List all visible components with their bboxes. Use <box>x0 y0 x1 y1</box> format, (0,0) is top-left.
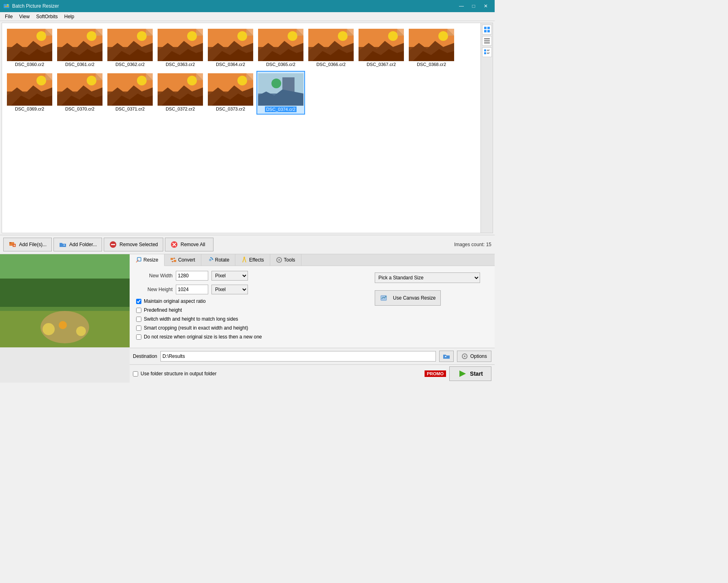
menu-softorbits[interactable]: SoftOrbits <box>33 13 61 20</box>
options-button[interactable]: Options <box>457 351 491 362</box>
image-item[interactable]: DSC_0361.cr2 <box>56 26 104 69</box>
height-unit-select[interactable]: Pixel <box>211 285 248 294</box>
image-thumbnail <box>359 29 404 61</box>
image-item[interactable]: DSC_0370.cr2 <box>56 71 104 115</box>
grid-view-list-btn[interactable] <box>482 36 492 46</box>
svg-rect-58 <box>487 51 489 51</box>
image-item[interactable]: DSC_0369.cr2 <box>5 71 54 115</box>
switch-checkbox[interactable] <box>136 317 141 322</box>
aspect-ratio-checkbox[interactable] <box>136 299 141 304</box>
svg-rect-51 <box>484 30 487 32</box>
width-input[interactable] <box>176 271 208 281</box>
tab-resize[interactable]: Resize <box>130 254 164 266</box>
maximize-button[interactable]: □ <box>468 0 479 12</box>
add-folder-icon: + <box>59 240 67 249</box>
image-item[interactable]: DSC_0363.cr2 <box>156 26 205 69</box>
image-name: DSC_0362.cr2 <box>115 62 145 67</box>
image-name: DSC_0373.cr2 <box>216 106 245 111</box>
svg-point-40 <box>187 76 197 85</box>
tab-rotate[interactable]: Rotate <box>201 254 235 266</box>
image-grid-container: DSC_0360.cr2 DSC_0361.cr2 DSC_0362.cr2 <box>2 23 493 233</box>
image-item[interactable]: DSC_0366.cr2 <box>307 26 355 69</box>
image-item[interactable]: DSC_0372.cr2 <box>156 71 205 115</box>
svg-point-25 <box>388 31 398 41</box>
svg-rect-83 <box>174 260 176 262</box>
svg-point-4 <box>36 31 46 41</box>
svg-point-78 <box>43 323 55 335</box>
image-item[interactable]: DSC_0365.cr2 <box>256 26 305 69</box>
image-name: DSC_0374.cr2 <box>265 106 297 112</box>
smart-crop-checkbox[interactable] <box>136 326 141 331</box>
image-name: DSC_0366.cr2 <box>316 62 346 67</box>
remove-selected-button[interactable]: Remove Selected <box>104 238 163 251</box>
image-item[interactable]: DSC_0364.cr2 <box>206 26 255 69</box>
destination-browse-button[interactable] <box>439 351 454 362</box>
svg-rect-60 <box>487 53 490 53</box>
remove-all-button[interactable]: Remove All <box>165 238 213 251</box>
image-item[interactable]: DSC_0368.cr2 <box>407 26 456 69</box>
canvas-resize-icon <box>380 293 390 303</box>
image-name: DSC_0361.cr2 <box>65 62 94 67</box>
add-files-button[interactable]: + Add File(s)... <box>3 238 52 251</box>
width-unit-select[interactable]: Pixel Percent Centimeter Inch <box>211 271 248 281</box>
standard-size-select[interactable]: Pick a Standard Size <box>375 272 480 283</box>
close-button[interactable]: ✕ <box>480 0 491 12</box>
options-label: Options <box>470 353 487 359</box>
menu-view[interactable]: View <box>16 13 33 20</box>
minimize-button[interactable]: — <box>456 0 467 12</box>
images-count: Images count: 15 <box>454 242 491 247</box>
menu-file[interactable]: File <box>2 13 16 20</box>
svg-point-22 <box>338 31 348 41</box>
tab-tools[interactable]: Tools <box>270 254 301 266</box>
app-title: Batch Picture Resizer <box>12 3 456 9</box>
tab-effects[interactable]: Effects <box>235 254 270 266</box>
grid-view-detail-btn[interactable] <box>482 47 492 57</box>
svg-point-79 <box>76 326 86 336</box>
grid-view-large-btn[interactable] <box>482 25 492 34</box>
folder-structure-checkbox[interactable] <box>133 371 138 377</box>
browse-icon <box>442 352 450 360</box>
destination-input[interactable] <box>160 351 436 362</box>
image-thumbnail <box>7 29 52 61</box>
smart-crop-label: Smart cropping (result in exact width an… <box>144 325 248 331</box>
svg-rect-49 <box>484 27 487 29</box>
resize-tab-icon <box>135 257 142 263</box>
folder-structure-row: Use folder structure in output folder <box>133 371 421 377</box>
image-name: DSC_0369.cr2 <box>15 106 44 111</box>
tab-convert[interactable]: Convert <box>164 254 201 266</box>
image-item[interactable]: DSC_0367.cr2 <box>357 26 406 69</box>
settings-content: New Width Pixel Percent Centimeter Inch … <box>130 266 495 348</box>
start-button[interactable]: Start <box>449 366 491 381</box>
width-row: New Width Pixel Percent Centimeter Inch <box>136 271 367 281</box>
height-input[interactable] <box>176 285 208 294</box>
destination-bar: Destination Options <box>130 348 495 364</box>
aspect-ratio-label: Maintain original aspect ratio <box>144 298 206 304</box>
tab-resize-label: Resize <box>143 257 158 263</box>
image-thumbnail <box>7 73 52 106</box>
add-folder-button[interactable]: + Add Folder... <box>53 238 102 251</box>
switch-row: Switch width and height to match long si… <box>136 316 367 322</box>
no-resize-label: Do not resize when original size is less… <box>144 334 262 340</box>
canvas-resize-label: Use Canvas Resize <box>393 295 436 301</box>
image-thumbnail <box>57 29 102 61</box>
remove-all-icon <box>170 240 178 249</box>
image-item[interactable]: DSC_0374.cr2 <box>256 71 305 115</box>
image-item[interactable]: DSC_0371.cr2 <box>106 71 154 115</box>
menu-bar: File View SoftOrbits Help <box>0 12 495 21</box>
menu-help[interactable]: Help <box>61 13 78 20</box>
image-thumbnail <box>107 73 153 106</box>
image-item[interactable]: DSC_0362.cr2 <box>106 26 154 69</box>
svg-rect-82 <box>171 258 173 260</box>
canvas-resize-button[interactable]: Use Canvas Resize <box>375 290 441 306</box>
tabs: Resize Convert <box>130 254 495 266</box>
svg-rect-75 <box>0 279 130 307</box>
predefined-height-row: Predefined height <box>136 307 367 313</box>
predefined-height-label: Predefined height <box>144 307 182 313</box>
no-resize-checkbox[interactable] <box>136 334 141 340</box>
toolbar: + Add File(s)... + Add Folder... Remove … <box>0 235 495 254</box>
predefined-height-checkbox[interactable] <box>136 308 141 313</box>
start-label: Start <box>470 370 483 377</box>
switch-label: Switch width and height to match long si… <box>144 316 238 322</box>
image-item[interactable]: DSC_0360.cr2 <box>5 26 54 69</box>
image-item[interactable]: DSC_0373.cr2 <box>206 71 255 115</box>
